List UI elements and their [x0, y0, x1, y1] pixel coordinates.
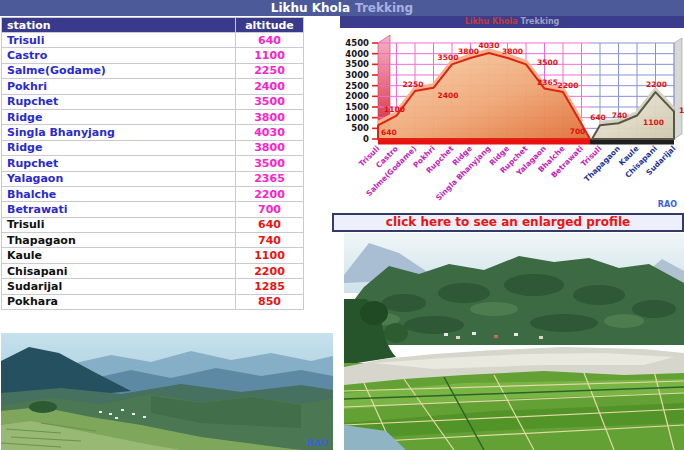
altitude-cell: 3800 — [236, 109, 304, 124]
bushes — [29, 401, 57, 413]
chart-signature: RAO — [658, 200, 677, 209]
table-row: Yalagaon2365 — [2, 171, 304, 186]
svg-text:2365: 2365 — [537, 78, 558, 87]
altitude-cell: 1100 — [236, 48, 304, 63]
altitude-cell: 2250 — [236, 63, 304, 78]
enlarged-profile-link[interactable]: click here to see an enlarged profile — [332, 213, 684, 232]
svg-text:3500: 3500 — [345, 59, 369, 69]
altitude-cell: 2200 — [236, 186, 304, 201]
station-cell: Rupchet — [2, 94, 236, 109]
chart-title: Likhu KholaTrekking — [340, 16, 684, 28]
svg-text:3000: 3000 — [345, 70, 369, 80]
svg-text:1100: 1100 — [384, 105, 405, 114]
right-photo — [344, 233, 684, 450]
svg-text:2400: 2400 — [438, 91, 459, 100]
tree-clump — [384, 323, 408, 343]
svg-text:0: 0 — [363, 134, 369, 144]
svg-text:640: 640 — [381, 128, 397, 137]
altitude-cell: 2400 — [236, 79, 304, 94]
station-cell: Bhalche — [2, 186, 236, 201]
table-header-row: station altitude — [2, 18, 304, 33]
station-cell: Chisapani — [2, 263, 236, 278]
table-row: Ridge3800 — [2, 109, 304, 124]
svg-text:4030: 4030 — [479, 41, 500, 50]
station-cell: Trisuli — [2, 217, 236, 232]
table-row: Rupchet3500 — [2, 94, 304, 109]
page-title-main: Likhu Khola — [271, 1, 350, 15]
tree-clump — [360, 301, 388, 325]
svg-text:4000: 4000 — [345, 49, 369, 59]
svg-text:640: 640 — [590, 113, 606, 122]
table-row: Chisapani2200 — [2, 263, 304, 278]
station-cell: Ridge — [2, 109, 236, 124]
table-row: Rupchet3500 — [2, 156, 304, 171]
table-row: Pokhara850 — [2, 294, 304, 309]
altitude-cell: 640 — [236, 33, 304, 48]
table-row: Ridge3800 — [2, 140, 304, 155]
station-cell: Castro — [2, 48, 236, 63]
altitude-cell: 2365 — [236, 171, 304, 186]
svg-text:1500: 1500 — [345, 102, 369, 112]
svg-text:3800: 3800 — [458, 47, 479, 56]
page: Likhu KholaTrekking station altitude Tri… — [0, 0, 684, 450]
svg-text:2250: 2250 — [403, 80, 424, 89]
chart-title-accent: Trekking — [521, 17, 560, 26]
svg-text:1100: 1100 — [643, 118, 664, 127]
station-cell: Singla Bhanyjang — [2, 125, 236, 140]
svg-text:740: 740 — [612, 111, 628, 120]
altitude-cell: 850 — [236, 294, 304, 309]
station-cell: Pokhri — [2, 79, 236, 94]
page-title: Likhu KholaTrekking — [0, 0, 684, 16]
svg-text:3800: 3800 — [502, 47, 523, 56]
station-cell: Betrawati — [2, 202, 236, 217]
station-cell: Ridge — [2, 140, 236, 155]
table-row: Salme(Godame)2250 — [2, 63, 304, 78]
station-cell: Kaule — [2, 248, 236, 263]
chart-title-main: Likhu Khola — [465, 17, 518, 26]
table-row: Sudarijal1285 — [2, 279, 304, 294]
left-photo: RAO — [1, 333, 333, 450]
station-table-body: Trisuli640Castro1100Salme(Godame)2250Pok… — [2, 33, 304, 310]
station-cell: Rupchet — [2, 156, 236, 171]
svg-text:2000: 2000 — [345, 91, 369, 101]
elevation-profile-chart: RAO 050010001500200025003000350040004500… — [332, 28, 684, 212]
altitude-cell: 3500 — [236, 156, 304, 171]
station-cell: Thapagaon — [2, 233, 236, 248]
station-cell: Pokhara — [2, 294, 236, 309]
altitude-cell: 2200 — [236, 263, 304, 278]
table-row: Kaule1100 — [2, 248, 304, 263]
station-column-header: station — [2, 18, 236, 33]
altitude-cell: 700 — [236, 202, 304, 217]
station-cell: Trisuli — [2, 33, 236, 48]
altitude-cell: 740 — [236, 233, 304, 248]
table-row: Singla Bhanyjang4030 — [2, 125, 304, 140]
table-row: Pokhri2400 — [2, 79, 304, 94]
altitude-cell: 1285 — [236, 279, 304, 294]
svg-text:1285: 1285 — [679, 106, 684, 115]
table-row: Trisuli640 — [2, 217, 304, 232]
table-row: Betrawati700 — [2, 202, 304, 217]
svg-text:500: 500 — [351, 123, 369, 133]
left-photo-signature: RAO — [306, 438, 328, 448]
table-row: Bhalche2200 — [2, 186, 304, 201]
svg-text:2500: 2500 — [345, 81, 369, 91]
station-table: station altitude Trisuli640Castro1100Sal… — [1, 17, 304, 310]
station-cell: Yalagaon — [2, 171, 236, 186]
table-row: Trisuli640 — [2, 33, 304, 48]
altitude-cell: 3500 — [236, 94, 304, 109]
station-cell: Sudarijal — [2, 279, 236, 294]
svg-text:3500: 3500 — [438, 53, 459, 62]
table-row: Castro1100 — [2, 48, 304, 63]
altitude-cell: 1100 — [236, 248, 304, 263]
altitude-cell: 640 — [236, 217, 304, 232]
svg-text:2200: 2200 — [646, 80, 667, 89]
svg-text:2200: 2200 — [558, 81, 579, 90]
page-title-accent: Trekking — [355, 1, 413, 15]
altitude-column-header: altitude — [236, 18, 304, 33]
table-row: Thapagaon740 — [2, 233, 304, 248]
svg-text:1000: 1000 — [345, 113, 369, 123]
svg-text:3500: 3500 — [537, 58, 558, 67]
svg-text:700: 700 — [570, 127, 586, 136]
altitude-cell: 3800 — [236, 140, 304, 155]
svg-text:4500: 4500 — [345, 38, 369, 48]
